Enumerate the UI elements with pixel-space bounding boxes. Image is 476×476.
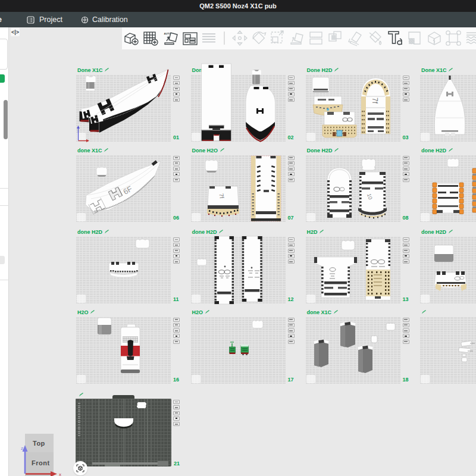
svg-text:7f: 7f [371,98,379,104]
svg-text:x: x [59,472,61,476]
svg-text:z: z [21,446,23,451]
svg-text:AUTO: AUTO [164,32,172,35]
